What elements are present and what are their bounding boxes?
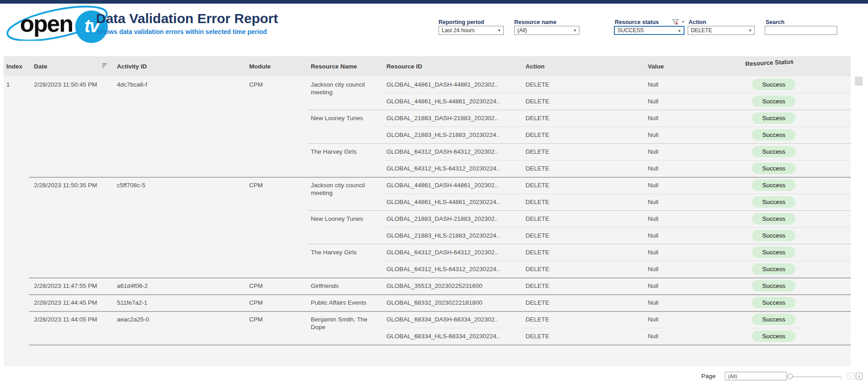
column-header-action[interactable]: Action bbox=[526, 56, 545, 76]
clear-filter-icon[interactable] bbox=[672, 19, 679, 25]
cell-value: Null bbox=[648, 177, 658, 194]
cell-activity-id: 4dc7bca6-f bbox=[117, 76, 147, 93]
cell-activity-id: a61d4f06-2 bbox=[117, 277, 148, 294]
cell-value: Null bbox=[648, 328, 658, 345]
column-header-index[interactable]: Index bbox=[6, 56, 22, 76]
table-row[interactable]: New Looney TunesGLOBAL_21883_DASH-21883_… bbox=[0, 110, 868, 126]
table-row[interactable]: 2/28/2023 11:44:45 PM511fe7a2-1CPMPublic… bbox=[0, 294, 868, 311]
chevron-down-icon: ▼ bbox=[573, 29, 577, 33]
table-row[interactable]: GLOBAL_44861_HLS-44861_20230224..DELETEN… bbox=[0, 93, 868, 110]
cell-resource-id: GLOBAL_21883_DASH-21883_202302.. bbox=[386, 210, 498, 227]
column-header-activity-id[interactable]: Activity ID bbox=[117, 56, 147, 76]
cell-date: 2/28/2023 11:50:45 PM bbox=[34, 76, 97, 93]
top-accent-bar bbox=[0, 0, 868, 4]
cell-date: 2/28/2023 11:44:45 PM bbox=[34, 294, 97, 311]
page-label: Page bbox=[701, 373, 716, 379]
resource-status-select[interactable]: SUCCESS ▼ bbox=[614, 26, 685, 35]
table-row[interactable]: The Harvey GirlsGLOBAL_64312_DASH-64312_… bbox=[0, 244, 868, 261]
sort-descending-icon[interactable] bbox=[101, 63, 108, 69]
page-select[interactable]: (All) bbox=[725, 372, 787, 380]
cell-resource-id: GLOBAL_68332_20230222181800 bbox=[386, 294, 482, 311]
page-slider-handle[interactable] bbox=[787, 374, 793, 379]
status-badge: Success bbox=[752, 163, 796, 174]
reporting-period-label: Reporting period bbox=[439, 19, 484, 25]
cell-action: DELETE bbox=[526, 110, 550, 126]
cell-value: Null bbox=[648, 194, 658, 210]
table-row[interactable]: GLOBAL_64312_HLS-64312_20230224..DELETEN… bbox=[0, 160, 868, 177]
cell-action: DELETE bbox=[526, 76, 550, 93]
cell-activity-id: aeac2a25-0 bbox=[117, 311, 149, 328]
cell-resource-name: The Harvey Girls bbox=[311, 244, 383, 256]
page-title: Data Validation Error Report bbox=[96, 11, 278, 26]
cell-action: DELETE bbox=[526, 93, 550, 110]
cell-action: DELETE bbox=[526, 210, 550, 227]
page-subtitle: Shows data validation errors within sele… bbox=[97, 28, 267, 35]
cell-value: Null bbox=[648, 210, 658, 227]
table-row[interactable]: New Looney TunesGLOBAL_21883_DASH-21883_… bbox=[0, 210, 868, 227]
cell-value: Null bbox=[648, 294, 658, 311]
cell-resource-id: GLOBAL_44861_HLS-44861_20230224.. bbox=[386, 194, 500, 210]
table-row[interactable]: 2/28/2023 11:50:35 PMc5ff708c-5CPMJackso… bbox=[0, 177, 868, 194]
status-badge: Success bbox=[752, 96, 796, 107]
cell-activity-id: c5ff708c-5 bbox=[117, 177, 145, 194]
cell-action: DELETE bbox=[526, 328, 550, 345]
resource-name-value: (All) bbox=[517, 27, 527, 34]
vertical-scrollbar[interactable] bbox=[855, 77, 863, 86]
status-badge: Success bbox=[752, 230, 796, 241]
cell-resource-id: GLOBAL_68334_HLS-68334_20230224.. bbox=[386, 328, 500, 345]
table-row[interactable]: 12/28/2023 11:50:45 PM4dc7bca6-fCPMJacks… bbox=[0, 76, 868, 93]
chevron-down-icon: ▼ bbox=[678, 29, 681, 33]
action-label: Action bbox=[689, 19, 706, 25]
next-page-button[interactable]: › bbox=[856, 373, 863, 379]
page-slider-track[interactable] bbox=[792, 376, 841, 377]
table-row[interactable]: GLOBAL_21883_HLS-21883_20230224..DELETEN… bbox=[0, 126, 868, 143]
cell-value: Null bbox=[648, 311, 658, 328]
cell-value: Null bbox=[648, 261, 658, 277]
cell-resource-id: GLOBAL_21883_DASH-21883_202302.. bbox=[386, 110, 498, 126]
prev-page-button[interactable]: ‹ bbox=[848, 373, 854, 379]
cell-resource-id: GLOBAL_44861_DASH-44861_202302.. bbox=[386, 76, 498, 93]
cell-resource-name: Girlfriends bbox=[311, 277, 383, 290]
chevron-down-icon[interactable]: ▼ bbox=[681, 20, 685, 24]
column-header-module[interactable]: Module bbox=[249, 56, 270, 76]
column-header-date[interactable]: Date bbox=[34, 56, 47, 76]
cell-index: 1 bbox=[6, 76, 10, 93]
action-select[interactable]: DELETE ▼ bbox=[688, 26, 755, 35]
column-header-value[interactable]: Value bbox=[648, 56, 664, 76]
reporting-period-value: Last 24 hours bbox=[442, 27, 475, 34]
column-header-resource-id[interactable]: Resource ID bbox=[386, 56, 422, 76]
cell-resource-name: Public Affairs Events bbox=[311, 294, 383, 306]
column-header-resource-name[interactable]: Resource Name bbox=[311, 56, 357, 76]
table-row[interactable]: 2/28/2023 11:44:05 PMaeac2a25-0CPMBenjam… bbox=[0, 311, 868, 328]
cell-action: DELETE bbox=[526, 227, 550, 244]
cell-resource-id: GLOBAL_21883_HLS-21883_20230224.. bbox=[386, 126, 500, 143]
column-header-resource-status[interactable]: Resource Status bbox=[745, 51, 794, 74]
cell-resource-name: The Harvey Girls bbox=[311, 143, 383, 156]
status-badge: Success bbox=[752, 247, 796, 258]
table-row[interactable]: The Harvey GirlsGLOBAL_64312_DASH-64312_… bbox=[0, 143, 868, 160]
resource-name-select[interactable]: (All) ▼ bbox=[514, 26, 579, 35]
cell-resource-id: GLOBAL_64312_HLS-64312_20230224.. bbox=[386, 261, 500, 277]
table-row[interactable]: GLOBAL_21883_HLS-21883_20230224..DELETEN… bbox=[0, 227, 868, 244]
cell-resource-id: GLOBAL_68334_DASH-68334_202302.. bbox=[386, 311, 498, 328]
cell-action: DELETE bbox=[526, 244, 550, 261]
search-input[interactable] bbox=[765, 26, 837, 35]
cell-value: Null bbox=[648, 143, 658, 160]
action-value: DELETE bbox=[691, 27, 712, 34]
status-badge: Success bbox=[752, 331, 796, 342]
cell-value: Null bbox=[648, 277, 658, 294]
search-label: Search bbox=[766, 19, 785, 25]
cell-resource-id: GLOBAL_21883_HLS-21883_20230224.. bbox=[386, 227, 500, 244]
status-badge: Success bbox=[752, 146, 796, 157]
status-badge: Success bbox=[752, 180, 796, 191]
reporting-period-select[interactable]: Last 24 hours ▼ bbox=[439, 26, 504, 35]
cell-resource-id: GLOBAL_35513_20230225231600 bbox=[386, 277, 482, 294]
status-badge: Success bbox=[752, 297, 796, 308]
cell-resource-name: New Looney Tunes bbox=[311, 110, 383, 122]
cell-value: Null bbox=[648, 76, 658, 93]
table-row[interactable]: 2/28/2023 11:47:55 PMa61d4f06-2CPMGirlfr… bbox=[0, 277, 868, 294]
cell-value: Null bbox=[648, 160, 658, 177]
table-row[interactable]: GLOBAL_68334_HLS-68334_20230224..DELETEN… bbox=[0, 328, 868, 345]
table-row[interactable]: GLOBAL_44861_HLS-44861_20230224..DELETEN… bbox=[0, 194, 868, 210]
table-row[interactable]: GLOBAL_64312_HLS-64312_20230224..DELETEN… bbox=[0, 261, 868, 277]
